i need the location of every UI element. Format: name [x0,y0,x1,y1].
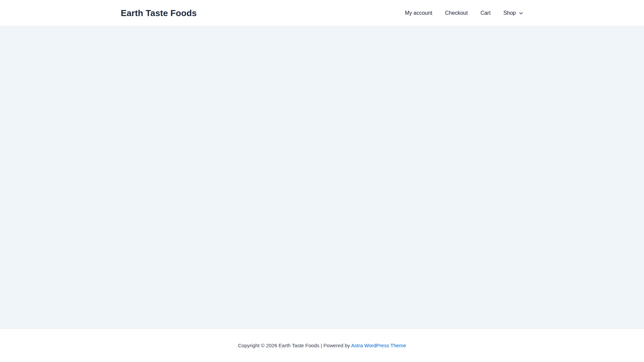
nav-item-shop: Shop [497,0,523,26]
site-title-link[interactable]: Earth Taste Foods [121,8,197,18]
nav-link-my-account[interactable]: My account [398,0,439,26]
nav-link-cart[interactable]: Cart [474,0,497,26]
site-header: Earth Taste Foods My account Checkout Ca… [0,0,644,26]
copyright-bar: Copyright © 2026 Earth Taste Foods | Pow… [238,343,406,348]
nav-menu: My account Checkout Cart Shop [398,0,523,26]
header-container: Earth Taste Foods My account Checkout Ca… [121,0,523,26]
site-title: Earth Taste Foods [121,8,197,18]
nav-item-my-account: My account [398,0,439,26]
nav-link-shop-label: Shop [503,0,516,26]
nav-link-shop[interactable]: Shop [497,0,523,26]
main-content-area [0,26,644,328]
astra-theme-link[interactable]: Astra WordPress Theme [351,343,406,348]
nav-link-checkout[interactable]: Checkout [439,0,474,26]
nav-item-checkout: Checkout [439,0,474,26]
primary-navigation: My account Checkout Cart Shop [398,0,523,26]
chevron-down-icon[interactable] [519,11,523,15]
copyright-text: Copyright © 2026 Earth Taste Foods | Pow… [238,343,350,348]
nav-item-cart: Cart [474,0,497,26]
site-footer: Copyright © 2026 Earth Taste Foods | Pow… [0,328,644,362]
